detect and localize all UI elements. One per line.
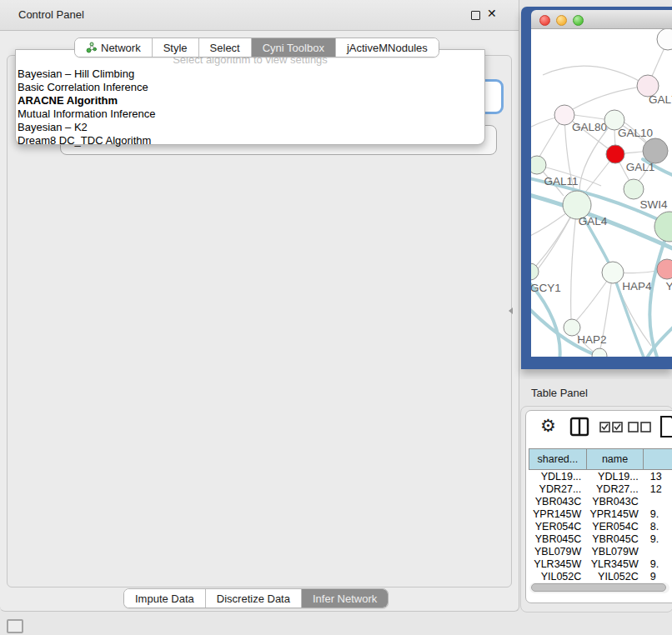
table-cell: 8. [644,520,672,532]
panel-resize-grip[interactable] [509,308,513,314]
table-row[interactable]: YDR27...YDR27...12 [529,482,672,495]
algorithm-option-mutual-information-inference[interactable]: Mutual Information Inference [16,108,484,121]
deselect-all-checkboxes-icon[interactable] [628,422,651,432]
table-cell: YIL052C [586,570,643,582]
node-gal1[interactable] [606,145,624,163]
node-gcy1[interactable] [531,263,539,280]
table-horizontal-scrollbar[interactable] [529,582,669,593]
document-icon[interactable] [659,415,672,438]
network-window-titlebar[interactable] [531,10,672,29]
network-edge[interactable] [543,66,648,86]
table-row[interactable]: YBL079WYBL079W [529,545,672,558]
tab-label: Style [163,42,188,54]
algorithm-option-dream8-dc-tdc-algorithm[interactable]: Dream8 DC_TDC Algorithm [16,134,484,148]
attribute-table[interactable]: shared...name YDL19...YDL19...13YDR27...… [529,448,672,582]
table-cell: 9. [644,558,672,570]
table-horizontal-scroll-thumb[interactable] [531,583,666,592]
table-cell: 12 [644,482,672,495]
tab-label: Cyni Toolbox [263,42,324,54]
select-all-checkboxes-icon[interactable] [599,422,623,432]
table-cell: YLR345W [529,558,587,570]
gear-icon[interactable]: ⚙ [540,416,556,436]
table-cell: 9. [644,532,672,545]
node-big-right[interactable] [654,212,672,242]
tab-style[interactable]: Style [153,38,199,57]
network-edge[interactable] [573,86,648,109]
node-label-gal10: GAL10 [618,127,653,139]
table-cell: YBR043C [529,495,587,508]
node-label-swi4: SWI4 [639,198,667,211]
control-panel-tabs: NetworkStyleSelectCyni ToolboxjActiveMNo… [74,38,439,58]
node-top-partial[interactable] [657,29,672,50]
table-cell: YIL052C [529,570,587,582]
tab-label: jActiveMNodules [347,42,428,54]
table-cell: YPR145W [586,508,643,520]
table-row[interactable]: YPR145WYPR145W9. [529,508,672,520]
node-label-gal4: GAL4 [579,215,608,228]
table-cell [644,545,672,558]
table-row[interactable]: YER054CYER054C8. [529,520,672,532]
column-header-shared[interactable]: shared... [529,449,587,470]
table-cell: YER054C [586,520,643,532]
tab-label: Network [101,42,141,54]
collapsed-panel-icon[interactable] [7,619,23,633]
tab-network[interactable]: Network [75,38,153,57]
tab-label: Discretize Data [217,592,290,605]
table-row[interactable]: YLR345WYLR345W9. [529,558,672,570]
network-edge[interactable] [531,118,556,129]
tab-select[interactable]: Select [199,38,252,57]
node-label-gal11: GAL11 [544,175,578,188]
table-cell: 9 [644,570,672,582]
table-row[interactable]: YBR043CYBR043C [529,495,672,508]
network-edge[interactable] [574,115,604,119]
bottom-tab-discretize-data[interactable]: Discretize Data [206,589,302,608]
node-swi4[interactable] [624,179,644,199]
table-cell: 9. [644,508,672,520]
node-hap4[interactable] [602,262,624,283]
column-header-name[interactable]: name [586,449,643,470]
bottom-tab-impute-data[interactable]: Impute Data [124,589,206,608]
float-window-icon[interactable] [471,11,480,20]
table-row[interactable]: YDL19...YDL19...13 [529,470,672,483]
node-label-hap2: HAP2 [577,333,606,346]
table-cell: YBR045C [529,532,587,545]
node-table: ⚙ shared...name YDL19...YDL19...13YDR27.… [525,410,672,603]
algorithm-option-bayesian-k2[interactable]: Bayesian – K2 [16,121,484,134]
cyni-bottom-tabs: Impute DataDiscretize DataInfer Network [123,588,389,608]
table-cell: YER054C [529,520,587,532]
table-cell: YDR27... [529,482,587,495]
network-canvas[interactable]: GAL80GAL10GAL1GAL11SWI4GAL4HAP4YGCY1HAP2… [531,29,672,357]
table-cell: 13 [644,470,672,483]
close-traffic-light-icon[interactable] [539,15,550,26]
node-label-y: Y [665,280,672,292]
node-gal11[interactable] [531,156,546,174]
tab-label: Select [210,42,240,54]
table-cell: YLR345W [586,558,643,570]
node-label-hap4: HAP4 [622,280,652,292]
table-cell: YBL079W [586,545,643,558]
close-icon[interactable]: ✕ [487,7,497,20]
node-label-gal7: GAL7 [649,93,672,106]
column-header-hidden[interactable] [644,449,672,470]
split-columns-icon[interactable] [569,417,589,437]
algorithm-option-aracne-algorithm[interactable]: ARACNE Algorithm [16,94,484,108]
bottom-tab-infer-network[interactable]: Infer Network [302,589,388,608]
table-row[interactable]: YIL052CYIL052C9 [529,570,672,582]
control-panel-titlebar[interactable]: Control Panel ✕ [0,0,519,31]
table-panel-header: Table Panel [519,379,672,406]
node-bottom-partial[interactable] [592,348,607,357]
algorithm-option-basic-correlation-inference[interactable]: Basic Correlation Inference [16,81,484,94]
screen: Control Panel ✕ NetworkStyleSelectCyni T… [0,0,672,635]
network-edge[interactable] [571,205,577,319]
table-row[interactable]: YBR045CYBR045C9. [529,532,672,545]
node-gray[interactable] [643,138,668,163]
zoom-traffic-light-icon[interactable] [573,15,584,26]
table-cell [644,495,672,508]
table-cell: YDL19... [586,470,643,483]
table-cell: YBR043C [586,495,643,508]
table-panel-title: Table Panel [531,387,588,399]
tab-cyni-toolbox[interactable]: Cyni Toolbox [252,38,336,57]
tab-jactivemnodules[interactable]: jActiveMNodules [336,38,439,57]
algorithm-option-bayesian-hill-climbing[interactable]: Bayesian – Hill Climbing [16,68,484,81]
minimize-traffic-light-icon[interactable] [556,15,567,26]
